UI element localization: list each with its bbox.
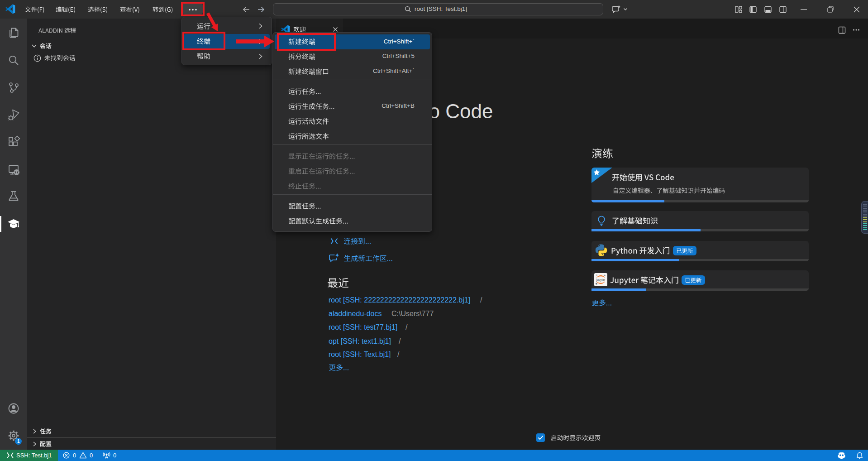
svg-text:jupyter: jupyter (596, 278, 606, 282)
